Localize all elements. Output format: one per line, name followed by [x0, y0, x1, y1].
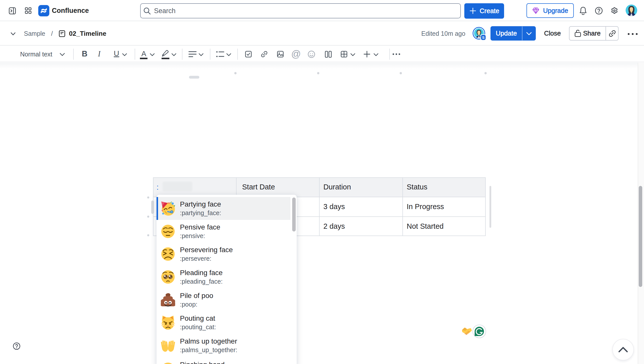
svg-text:S: S [482, 35, 484, 40]
